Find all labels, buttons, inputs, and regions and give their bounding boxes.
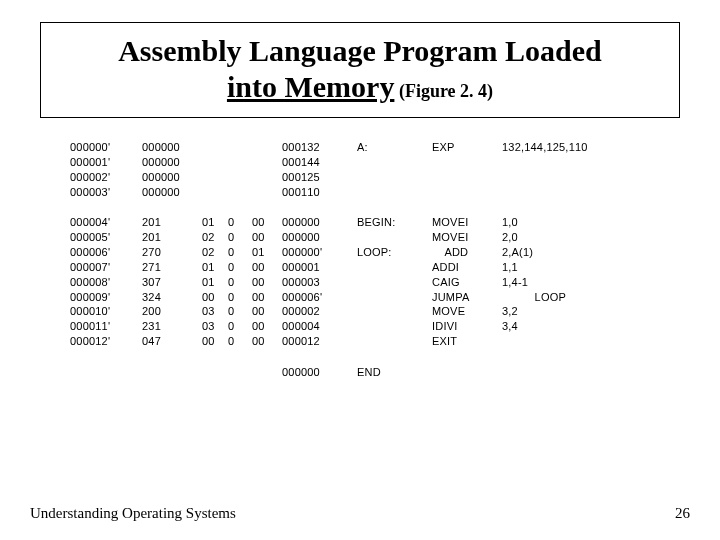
listing-cell — [357, 334, 432, 349]
listing-cell: 00 — [252, 334, 282, 349]
listing-cell: 01 — [202, 275, 228, 290]
listing-cell: ADD — [432, 245, 502, 260]
listing-cell — [228, 155, 252, 170]
listing-row: 000006'27002001000000'LOOP: ADD2,A(1) — [70, 245, 650, 260]
listing-cell — [357, 260, 432, 275]
listing-cell: 000001 — [282, 260, 357, 275]
listing-cell: 00 — [202, 334, 228, 349]
listing-cell — [228, 185, 252, 200]
listing-cell: 01 — [252, 245, 282, 260]
listing-row: 000000'000000000132A:EXP132,144,125,110 — [70, 140, 650, 155]
listing-cell — [70, 365, 142, 380]
listing-cell: 000000 — [282, 365, 357, 380]
listing-cell: MOVE — [432, 304, 502, 319]
listing-cell — [357, 170, 432, 185]
listing-cell: 000001' — [70, 155, 142, 170]
listing-cell — [502, 185, 592, 200]
listing-cell: LOOP: — [357, 245, 432, 260]
listing-cell: 000000' — [70, 140, 142, 155]
listing-cell: 000010' — [70, 304, 142, 319]
listing-cell — [432, 365, 502, 380]
listing-cell: 000002' — [70, 170, 142, 185]
listing-cell — [142, 365, 202, 380]
listing-cell: 000000 — [142, 170, 202, 185]
listing-cell: 00 — [252, 290, 282, 305]
listing-cell — [252, 155, 282, 170]
listing-cell: EXIT — [432, 334, 502, 349]
listing-cell: 2,A(1) — [502, 245, 592, 260]
listing-cell: 000006' — [70, 245, 142, 260]
listing-cell: 000004' — [70, 215, 142, 230]
listing-cell: 000009' — [70, 290, 142, 305]
listing-row: 000010'20003000000002MOVE3,2 — [70, 304, 650, 319]
listing-cell: 01 — [202, 215, 228, 230]
listing-cell: 270 — [142, 245, 202, 260]
listing-cell — [252, 170, 282, 185]
listing-cell: 1,4-1 — [502, 275, 592, 290]
listing-cell: IDIVI — [432, 319, 502, 334]
listing-cell: END — [357, 365, 432, 380]
listing-cell: 1,0 — [502, 215, 592, 230]
listing-cell: 000012 — [282, 334, 357, 349]
title-text-2a: into Memory — [227, 70, 394, 103]
listing-row: 000009'32400000000006'JUMPA LOOP — [70, 290, 650, 305]
listing-cell — [357, 290, 432, 305]
listing-cell: 0 — [228, 215, 252, 230]
listing-cell: 271 — [142, 260, 202, 275]
listing-cell: A: — [357, 140, 432, 155]
listing-cell: 1,1 — [502, 260, 592, 275]
listing-cell: 132,144,125,110 — [502, 140, 592, 155]
listing-cell: 000002 — [282, 304, 357, 319]
listing-cell: 000125 — [282, 170, 357, 185]
footer-right: 26 — [675, 505, 690, 522]
listing-cell: 0 — [228, 319, 252, 334]
listing-cell: 0 — [228, 260, 252, 275]
title-text-1: Assembly Language Program Loaded — [118, 34, 602, 67]
listing-cell — [202, 185, 228, 200]
title-text-2b: (Figure 2. 4) — [394, 81, 493, 101]
listing-cell: 3,2 — [502, 304, 592, 319]
listing-cell: 231 — [142, 319, 202, 334]
listing-cell: 307 — [142, 275, 202, 290]
listing-cell: CAIG — [432, 275, 502, 290]
listing-cell: EXP — [432, 140, 502, 155]
listing-cell — [252, 365, 282, 380]
listing-cell — [432, 185, 502, 200]
listing-cell: 00 — [252, 275, 282, 290]
listing-cell: 324 — [142, 290, 202, 305]
listing-cell — [357, 304, 432, 319]
listing-cell: 02 — [202, 230, 228, 245]
listing-row: 000004'20101000000000BEGIN:MOVEI1,0 — [70, 215, 650, 230]
listing-cell: 3,4 — [502, 319, 592, 334]
listing-cell: 0 — [228, 230, 252, 245]
listing-cell: 201 — [142, 215, 202, 230]
listing-cell — [357, 319, 432, 334]
listing-cell: 000012' — [70, 334, 142, 349]
listing-cell — [228, 365, 252, 380]
listing-cell: 03 — [202, 319, 228, 334]
listing-cell — [202, 155, 228, 170]
listing-cell: 00 — [202, 290, 228, 305]
listing-cell — [252, 185, 282, 200]
footer-left: Understanding Operating Systems — [30, 505, 236, 522]
listing-row: 000012'04700000000012EXIT — [70, 334, 650, 349]
listing-cell: 0 — [228, 304, 252, 319]
code-listing: 000000'000000000132A:EXP132,144,125,1100… — [70, 140, 650, 380]
listing-cell — [202, 170, 228, 185]
listing-cell — [502, 170, 592, 185]
listing-cell: 00 — [252, 319, 282, 334]
listing-cell: 02 — [202, 245, 228, 260]
listing-cell: 03 — [202, 304, 228, 319]
listing-cell — [228, 140, 252, 155]
listing-cell: 000007' — [70, 260, 142, 275]
listing-cell: 000003 — [282, 275, 357, 290]
listing-cell: 000003' — [70, 185, 142, 200]
listing-cell — [202, 140, 228, 155]
listing-cell: 00 — [252, 230, 282, 245]
listing-cell — [357, 230, 432, 245]
listing-cell: 047 — [142, 334, 202, 349]
listing-cell: 000000 — [142, 185, 202, 200]
listing-cell: 000000 — [282, 215, 357, 230]
listing-cell: ADDI — [432, 260, 502, 275]
listing-row: 000011'23103000000004IDIVI3,4 — [70, 319, 650, 334]
